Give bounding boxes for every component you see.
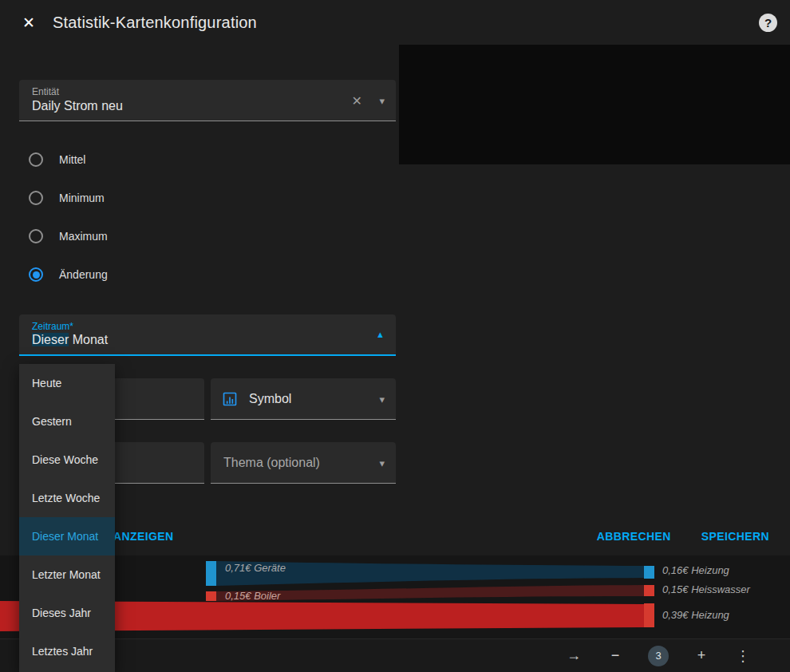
radio-maximum[interactable]: Maximum: [29, 227, 108, 246]
sankey-node-geraete: [206, 561, 216, 586]
chevron-up-icon[interactable]: ▲: [376, 330, 385, 339]
menu-item-letzte-woche[interactable]: Letzte Woche: [19, 479, 115, 517]
radio-label: Mittel: [59, 153, 85, 166]
arrow-right-icon[interactable]: →: [565, 647, 583, 664]
menu-item-heute[interactable]: Heute: [19, 364, 115, 402]
entity-field[interactable]: Entität Daily Strom neu ✕ ▾: [19, 80, 396, 121]
clear-icon[interactable]: ✕: [352, 93, 362, 108]
sankey-label-heisswasser: 0,15€ Heisswasser: [662, 583, 750, 595]
menu-item-letzter-monat[interactable]: Letzter Monat: [19, 555, 115, 594]
help-icon[interactable]: ?: [759, 14, 777, 32]
symbol-field-label: Symbol: [249, 392, 291, 406]
save-button[interactable]: SPEICHERN: [701, 530, 769, 543]
close-icon[interactable]: ✕: [13, 6, 45, 38]
period-value-rest: Monat: [69, 333, 108, 346]
sankey-label-geraete: 0,71€ Geräte: [225, 562, 286, 574]
sankey-node-heizung-bottom: [644, 603, 654, 627]
theme-field-label: Thema (optional): [223, 456, 320, 470]
theme-field[interactable]: Thema (optional) ▾: [211, 442, 396, 484]
symbol-field[interactable]: Symbol ▾: [211, 378, 396, 420]
period-dropdown-menu: Heute Gestern Diese Woche Letzte Woche D…: [19, 364, 115, 672]
cancel-button[interactable]: ABBRECHEN: [597, 530, 671, 543]
preview-pane: Daily Strom neu 236,7 kWh: [399, 45, 790, 164]
sankey-label-heizung-bottom: 0,39€ Heizung: [662, 609, 729, 621]
radio-label: Maximum: [59, 230, 108, 243]
statistics-card-config-dialog: ✕ Statistik-Kartenkonfiguration ? Daily …: [0, 0, 790, 555]
entity-field-label: Entität: [32, 86, 59, 97]
dialog-actions: ABBRECHEN SPEICHERN: [597, 530, 769, 543]
dialog-header: ✕ Statistik-Kartenkonfiguration ?: [0, 0, 790, 45]
bottom-toolbar: → − 3 + ⋮: [0, 638, 790, 672]
sankey-chart: 0,71€ Geräte 0,16€ Heizung 0,15€ Boiler …: [0, 555, 790, 638]
page-count-badge[interactable]: 3: [648, 646, 669, 666]
radio-circle: [29, 191, 43, 205]
sankey-label-heizung-top: 0,16€ Heizung: [662, 564, 729, 576]
radio-label: Minimum: [59, 192, 105, 204]
sankey-node-boiler: [206, 591, 216, 601]
plus-icon[interactable]: +: [693, 647, 710, 664]
sankey-node-heizung-top: [644, 566, 654, 579]
radio-aenderung[interactable]: Änderung: [29, 265, 108, 284]
minus-icon[interactable]: −: [606, 647, 624, 664]
chevron-down-icon[interactable]: ▾: [379, 393, 385, 405]
more-vertical-icon[interactable]: ⋮: [734, 647, 752, 665]
radio-label: Änderung: [59, 268, 108, 281]
radio-circle: [29, 267, 43, 282]
period-value-selection: Dieser: [32, 333, 69, 346]
radio-circle: [29, 152, 43, 167]
menu-item-dieses-jahr[interactable]: Dieses Jahr: [19, 594, 115, 632]
period-field-label: Zeitraum*: [32, 321, 73, 332]
dialog-title: Statistik-Kartenkonfiguration: [53, 14, 257, 32]
radio-circle: [29, 229, 43, 243]
menu-item-dieser-monat[interactable]: Dieser Monat: [19, 517, 115, 555]
radio-mittel[interactable]: Mittel: [29, 150, 85, 169]
menu-item-diese-woche[interactable]: Diese Woche: [19, 441, 115, 479]
sankey-node-heisswasser: [644, 585, 654, 596]
period-field[interactable]: Zeitraum* Dieser Monat ▲: [19, 314, 396, 356]
menu-item-gestern[interactable]: Gestern: [19, 402, 115, 441]
entity-field-value: Daily Strom neu: [32, 99, 123, 113]
radio-minimum[interactable]: Minimum: [29, 188, 105, 208]
period-field-value: Dieser Monat: [32, 333, 108, 347]
symbol-chart-icon: [222, 391, 238, 407]
menu-item-letztes-jahr[interactable]: Letztes Jahr: [19, 632, 115, 670]
chevron-down-icon[interactable]: ▾: [379, 94, 385, 106]
chevron-down-icon[interactable]: ▾: [379, 457, 385, 468]
sankey-label-boiler: 0,15€ Boiler: [225, 590, 280, 602]
